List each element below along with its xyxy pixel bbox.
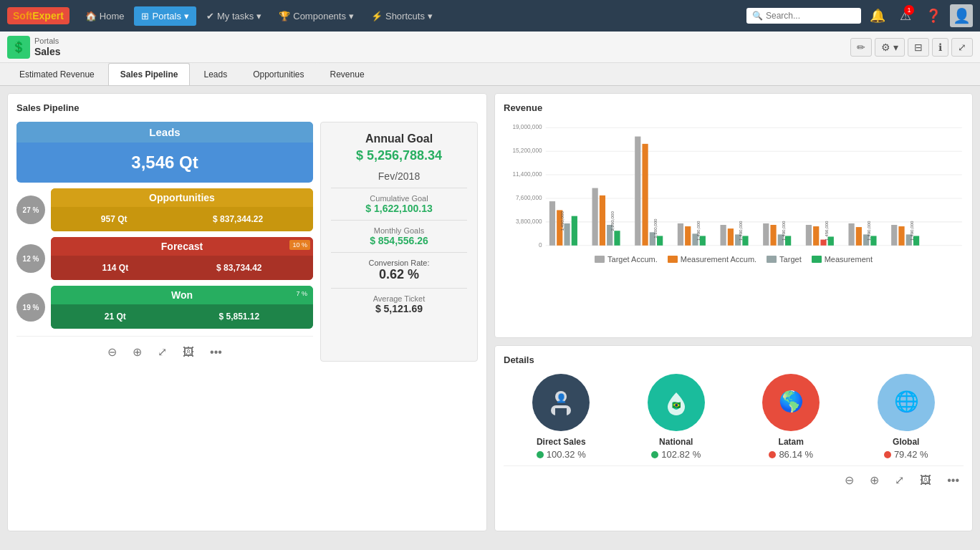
svg-rect-19 (614, 231, 620, 246)
detail-card-national: 🇧🇷 National 102.82 % (623, 374, 729, 460)
breadcrumb: Portals (34, 37, 61, 46)
info-button[interactable]: ℹ (932, 38, 948, 57)
national-name: National (623, 437, 729, 447)
nav-my-tasks[interactable]: ✔ My tasks ▾ (199, 6, 269, 26)
legend-target: Target (767, 255, 802, 264)
portals-dropdown-icon: ▾ (184, 11, 189, 21)
more-button[interactable]: ••• (206, 342, 226, 362)
leads-value: 3,546 Qt (16, 143, 313, 183)
svg-text:0: 0 (539, 242, 542, 249)
notifications-icon[interactable]: 🔔 (864, 5, 891, 26)
conversion-label: Conversion Rate: (331, 259, 467, 267)
won-block: Won 21 Qt $ 5,851.12 7 % (51, 286, 313, 329)
alerts-icon[interactable]: ⚠ 1 (894, 5, 917, 26)
latam-name: Latam (738, 437, 844, 447)
portal-icon: 💲 (7, 36, 30, 59)
revenue-chart: 0 3,800,000 7,600,000 11,400,000 15,200,… (504, 122, 964, 251)
svg-text:1,490,000: 1,490,000 (781, 221, 786, 241)
latam-status-dot (769, 451, 776, 458)
home-icon: 🏠 (85, 11, 97, 21)
left-toolbar: ⊖ ⊕ ⤢ 🖼 ••• (16, 336, 313, 362)
svg-rect-37 (813, 226, 819, 246)
detail-card-direct-sales: 👤 Direct Sales 100.32 % (508, 374, 614, 460)
svg-rect-35 (785, 236, 791, 245)
nav-home[interactable]: 🏠 Home (78, 6, 132, 26)
svg-text:15,200,000: 15,200,000 (512, 148, 542, 154)
won-row: 19 % Won 21 Qt $ 5,851.12 7 % (16, 286, 313, 329)
tasks-icon: ✔ (206, 11, 214, 21)
legend-label-target: Target (779, 255, 802, 264)
svg-rect-41 (856, 227, 862, 246)
revenue-chart-svg: 0 3,800,000 7,600,000 11,400,000 15,200,… (504, 122, 964, 251)
svg-rect-23 (657, 236, 663, 245)
svg-text:1,490,000: 1,490,000 (909, 221, 914, 241)
nav-portals[interactable]: ⊞ Portals ▾ (134, 6, 196, 26)
details-zoom-out-button[interactable]: ⊖ (840, 471, 858, 490)
edit-button[interactable]: ✏ (850, 38, 872, 57)
global-status-dot (884, 451, 891, 458)
alert-badge: 1 (904, 5, 914, 15)
tab-opportunities[interactable]: Opportunities (241, 63, 316, 85)
logo-soft: Soft (13, 10, 32, 21)
svg-rect-33 (770, 225, 776, 246)
portals-icon: ⊞ (141, 11, 149, 21)
sub-navigation: 💲 Portals Sales ✏ ⚙ ▾ ⊟ ℹ ⤢ (0, 32, 980, 63)
direct-sales-name: Direct Sales (508, 437, 614, 447)
leads-header: Leads (16, 122, 313, 143)
zoom-in-button[interactable]: ⊕ (128, 342, 146, 362)
forecast-block: Forecast 114 Qt $ 83,734.42 10 % (51, 237, 313, 280)
help-icon[interactable]: ❓ (920, 5, 947, 26)
components-dropdown-icon: ▾ (349, 11, 354, 21)
revenue-title: Revenue (504, 102, 964, 113)
direct-sales-status-dot (537, 451, 544, 458)
right-panel: Revenue 0 3,800,000 7,600,000 11,400,000… (494, 93, 973, 531)
expand-button[interactable]: ⤢ (951, 38, 973, 57)
svg-text:May: May (850, 250, 863, 251)
zoom-out-button[interactable]: ⊖ (103, 342, 121, 362)
global-icon-circle: 🌐 (878, 374, 935, 431)
settings-button[interactable]: ⚙ ▾ (875, 38, 905, 57)
svg-rect-44 (891, 225, 897, 246)
tab-leads[interactable]: Leads (191, 63, 239, 85)
svg-rect-17 (600, 196, 605, 246)
details-image-button[interactable]: 🖼 (916, 471, 936, 490)
top-navigation: SoftExpert 🏠 Home ⊞ Portals ▾ ✔ My tasks… (0, 0, 980, 32)
latam-icon: 🌎 (775, 387, 807, 418)
sub-nav-actions: ✏ ⚙ ▾ ⊟ ℹ ⤢ (850, 38, 973, 57)
page-title: Sales (34, 46, 61, 58)
annual-goal-panel: Annual Goal $ 5,256,788.34 Fev/2018 Cumu… (320, 122, 478, 362)
goal-month: Fev/2018 (331, 170, 467, 182)
forecast-badge: 10 % (289, 240, 310, 250)
svg-text:1,490,000: 1,490,000 (559, 211, 565, 231)
tab-estimated-revenue[interactable]: Estimated Revenue (7, 63, 107, 85)
app-logo[interactable]: SoftExpert (7, 7, 69, 24)
filter-button[interactable]: ⊟ (908, 38, 929, 57)
global-name: Global (853, 437, 959, 447)
svg-rect-25 (685, 226, 691, 246)
nav-shortcuts[interactable]: ⚡ Shortcuts ▾ (364, 6, 440, 26)
won-badge: 7 % (293, 289, 310, 299)
details-grid: 👤 Direct Sales 100.32 % (504, 374, 964, 460)
latam-pct: 86.14 % (738, 449, 844, 460)
svg-rect-28 (720, 225, 726, 246)
tab-sales-pipeline[interactable]: Sales Pipeline (108, 63, 191, 85)
svg-text:1,490,000: 1,490,000 (696, 221, 701, 241)
details-toolbar: ⊖ ⊕ ⤢ 🖼 ••• (504, 465, 964, 490)
svg-rect-43 (870, 236, 876, 245)
search-input[interactable] (766, 11, 855, 21)
details-zoom-in-button[interactable]: ⊕ (865, 471, 883, 490)
search-box[interactable]: 🔍 (746, 8, 861, 24)
details-collapse-button[interactable]: ⤢ (890, 471, 908, 490)
collapse-button[interactable]: ⤢ (153, 342, 171, 362)
image-button[interactable]: 🖼 (178, 342, 198, 362)
opportunities-header: Opportunities (51, 188, 313, 207)
search-icon: 🔍 (752, 11, 763, 21)
details-more-button[interactable]: ••• (943, 471, 964, 490)
won-pct-circle: 19 % (16, 293, 45, 322)
tab-revenue[interactable]: Revenue (318, 63, 377, 85)
national-icon-circle: 🇧🇷 (648, 374, 705, 431)
nav-components[interactable]: 🏆 Components ▾ (272, 6, 361, 26)
avatar[interactable]: 👤 (950, 4, 973, 27)
svg-rect-68 (555, 408, 561, 415)
national-pct: 102.82 % (623, 449, 729, 460)
